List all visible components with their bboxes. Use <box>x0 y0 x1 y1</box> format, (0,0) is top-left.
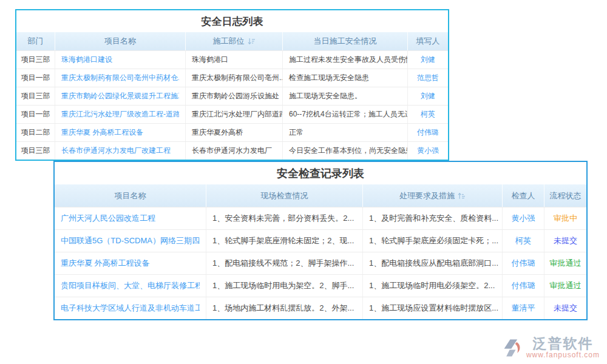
table-row: 贵阳项目样板间、大堂、电梯厅装修工程 1、施工现场临时用电为架空。2、脚手...… <box>55 274 586 297</box>
measures-cell: 1、施工现场应设置材料临时摆放区... <box>363 297 503 319</box>
site-check-cell: 1、轮式脚手架底座滑轮未固定；2、现... <box>206 230 363 252</box>
writer-link[interactable]: 刘健 <box>421 91 435 101</box>
measures-cell: 1、轮式脚手架底座必须固定卡死；... <box>363 230 503 252</box>
table-row: 重庆华夏 外高桥工程设备 1、配电箱接线不规范；2、脚手架操作... 1、配电箱… <box>55 252 586 274</box>
table-row: 项目三部 长春市伊通河水力发电厂改建工程 长春市伊通河水力发电厂 今日安全工作基… <box>16 141 448 160</box>
inspector-link[interactable]: 付伟璐 <box>512 258 535 269</box>
column-header-measures-label: 处理要求及措施 <box>399 190 455 201</box>
table-row: 广州天河人民公园改造工程 1、安全资料未完善，部分资料丢失。2... 1、及时完… <box>55 207 586 229</box>
measures-cell: 1、配电箱接线应从配电箱底部洞口... <box>363 252 503 274</box>
daily-safety-cell: 施工现场无安全隐患。 <box>283 87 408 105</box>
column-header-part[interactable]: 施工部位 <box>186 32 283 50</box>
writer-link[interactable]: 刘健 <box>421 55 435 65</box>
table-row: 项目一部 重庆太极制药有限公司亳州中药材仓... 重庆太极制药有限公司亳州...… <box>16 69 448 87</box>
column-header-project: 项目名称 <box>55 184 206 207</box>
dept-cell: 项目三部 <box>16 87 55 105</box>
part-cell: 重庆江北污水处理厂内部道路 <box>186 106 283 123</box>
table-row: 项目三部 珠海鹤港口建设 珠海鹤港口 施工过程未发生安全事故及人员受伤情况 刘健 <box>16 50 448 69</box>
table-row: 项目三部 重庆市鹅岭公园绿化景观提升工程施工 重庆市鹅岭公园游乐设施处 施工现场… <box>16 87 448 105</box>
inspector-link[interactable]: 董清平 <box>512 303 535 314</box>
status-badge: 审批通过 <box>550 280 582 291</box>
column-header-project: 项目名称 <box>55 32 186 50</box>
column-header-dept: 部门 <box>16 32 55 50</box>
part-cell: 重庆市鹅岭公园游乐设施处 <box>186 87 283 105</box>
column-header-flow-status: 流程状态 <box>544 184 586 207</box>
writer-link[interactable]: 范思哲 <box>417 73 439 83</box>
safety-inspection-table: 安全检查记录列表 项目名称 现场检查情况 处理要求及措施 检查人 流程状态 广州… <box>53 161 588 320</box>
daily-safety-cell: 检查施工现场无安全隐患 <box>283 69 408 87</box>
project-link[interactable]: 重庆华夏 外高桥工程设备 <box>61 258 150 269</box>
dept-cell: 项目一部 <box>16 106 55 123</box>
project-link[interactable]: 广州天河人民公园改造工程 <box>61 213 155 224</box>
status-badge: 审批通过 <box>550 258 582 269</box>
status-badge: 审批中 <box>554 213 577 224</box>
safety-log-title: 安全日志列表 <box>16 10 448 32</box>
sort-desc-icon[interactable] <box>248 38 256 45</box>
dept-cell: 项目三部 <box>16 142 55 160</box>
column-header-part-label: 施工部位 <box>213 36 245 47</box>
table-row: 项目一部 重庆江北污水处理厂级改造工程-道路... 重庆江北污水处理厂内部道路 … <box>16 105 448 123</box>
table-row: 中国联通5G（TD-SCDMA）网络三期四... 1、轮式脚手架底座滑轮未固定；… <box>55 229 586 252</box>
writer-link[interactable]: 付伟璐 <box>417 127 439 138</box>
safety-log-header-row: 部门 项目名称 施工部位 当日施工安全情况 填写人 <box>16 32 448 50</box>
safety-log-table: 安全日志列表 部门 项目名称 施工部位 当日施工安全情况 填写人 项目三部 珠海… <box>15 9 449 161</box>
daily-safety-cell: 施工过程未发生安全事故及人员受伤情况 <box>283 51 408 69</box>
writer-link[interactable]: 柯英 <box>421 109 435 120</box>
daily-safety-cell: 正常 <box>283 124 408 141</box>
daily-safety-cell: 60--7挖机4台运转正常；施工人员无违... <box>283 106 408 123</box>
dept-cell: 项目二部 <box>16 124 55 141</box>
part-cell: 珠海鹤港口 <box>186 51 283 69</box>
site-check-cell: 1、配电箱接线不规范；2、脚手架操作... <box>206 252 363 274</box>
column-header-site-check: 现场检查情况 <box>206 184 363 207</box>
brand-name: 泛普软件 <box>526 336 600 351</box>
daily-safety-cell: 今日安全工作基本到位，尚无安全隐患... <box>283 142 408 160</box>
project-link[interactable]: 中国联通5G（TD-SCDMA）网络三期四... <box>61 235 200 246</box>
project-link[interactable]: 重庆市鹅岭公园绿化景观提升工程施工 <box>61 91 179 101</box>
safety-inspection-title: 安全检查记录列表 <box>55 162 586 184</box>
project-link[interactable]: 长春市伊通河水力发电厂改建工程 <box>61 146 171 156</box>
measures-cell: 1、及时完善和补充安全、质检资料... <box>363 207 503 229</box>
site-check-cell: 1、施工现场临时用电为架空。2、脚手... <box>206 275 363 297</box>
project-link[interactable]: 重庆华夏 外高桥工程设备 <box>61 127 143 138</box>
writer-link[interactable]: 黄小强 <box>417 146 439 156</box>
project-link[interactable]: 电子科技大学区域人行道及非机动车道工... <box>61 303 200 314</box>
measures-cell: 1、施工现场临时用电必须架空。2... <box>363 275 503 297</box>
column-header-writer: 填写人 <box>408 32 448 50</box>
column-header-inspector: 检查人 <box>503 184 544 207</box>
dept-cell: 项目一部 <box>16 69 55 87</box>
status-badge: 未提交 <box>554 235 577 246</box>
brand-url: www.fanpusoft.com <box>526 351 600 359</box>
part-cell: 重庆太极制药有限公司亳州... <box>186 69 283 87</box>
site-check-cell: 1、场地内施工材料乱摆乱放。2、外架... <box>206 297 363 319</box>
project-link[interactable]: 珠海鹤港口建设 <box>61 55 112 65</box>
fanpu-watermark: 泛普软件 www.fanpusoft.com <box>502 336 600 359</box>
project-link[interactable]: 重庆太极制药有限公司亳州中药材仓... <box>61 73 179 83</box>
table-row: 项目二部 重庆华夏 外高桥工程设备 重庆华夏外高桥 正常 付伟璐 <box>16 123 448 141</box>
part-cell: 重庆华夏外高桥 <box>186 124 283 141</box>
inspector-link[interactable]: 黄小强 <box>512 213 535 224</box>
column-header-measures[interactable]: 处理要求及措施 <box>363 184 503 207</box>
part-cell: 长春市伊通河水力发电厂 <box>186 142 283 160</box>
table-row: 电子科技大学区域人行道及非机动车道工... 1、场地内施工材料乱摆乱放。2、外架… <box>55 297 586 319</box>
status-badge: 未提交 <box>554 303 577 314</box>
inspector-link[interactable]: 柯英 <box>515 235 531 246</box>
project-link[interactable]: 贵阳项目样板间、大堂、电梯厅装修工程 <box>61 280 200 291</box>
safety-inspection-header-row: 项目名称 现场检查情况 处理要求及措施 检查人 流程状态 <box>55 184 586 207</box>
project-link[interactable]: 重庆江北污水处理厂级改造工程-道路... <box>61 109 179 120</box>
fanpu-logo-icon <box>502 337 524 359</box>
site-check-cell: 1、安全资料未完善，部分资料丢失。2... <box>206 207 363 229</box>
sort-asc-icon[interactable] <box>458 192 466 200</box>
column-header-daily-safety: 当日施工安全情况 <box>283 32 408 50</box>
dept-cell: 项目三部 <box>16 51 55 69</box>
inspector-link[interactable]: 付伟璐 <box>512 280 535 291</box>
